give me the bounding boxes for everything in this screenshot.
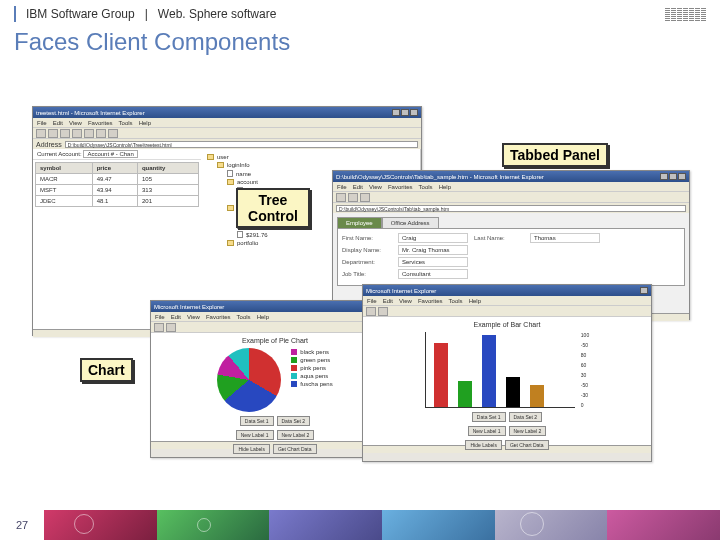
- footer-deco: [382, 510, 495, 540]
- account-field[interactable]: Account # - Chan: [83, 150, 137, 158]
- menu-tools[interactable]: Tools: [419, 184, 433, 190]
- last-name-input[interactable]: Thomas: [530, 233, 600, 243]
- ytick: 30: [581, 372, 589, 378]
- menu-file[interactable]: File: [367, 298, 377, 304]
- menu-edit[interactable]: Edit: [53, 120, 63, 126]
- newlabel2-button[interactable]: New Label 2: [277, 430, 315, 440]
- close-icon[interactable]: [678, 173, 686, 180]
- menu-favorites[interactable]: Favorites: [88, 120, 113, 126]
- menu-file[interactable]: File: [337, 184, 347, 190]
- win2-menubar[interactable]: FileEditViewFavoritesToolsHelp: [333, 182, 689, 191]
- forward-icon[interactable]: [378, 307, 388, 316]
- forward-icon[interactable]: [48, 129, 58, 138]
- menu-tools[interactable]: Tools: [237, 314, 251, 320]
- table-row: MACR49.47105: [36, 174, 199, 185]
- table-row: MSFT43.94313: [36, 185, 199, 196]
- back-icon[interactable]: [366, 307, 376, 316]
- col-qty[interactable]: quantity: [137, 163, 198, 174]
- maximize-icon[interactable]: [669, 173, 677, 180]
- win2-toolbar: [333, 191, 689, 203]
- close-icon[interactable]: [640, 287, 648, 294]
- hidelabels-button[interactable]: Hide Labels: [465, 440, 501, 450]
- dataset1-button[interactable]: Data Set 1: [472, 412, 506, 422]
- menu-favorites[interactable]: Favorites: [418, 298, 443, 304]
- win1-titlebar[interactable]: treetest.html - Microsoft Internet Explo…: [33, 107, 421, 118]
- bar-legend: 100 -50 80 60 30 -50 -30 0: [581, 332, 589, 408]
- footer-deco: [607, 510, 720, 540]
- menu-view[interactable]: View: [399, 298, 412, 304]
- menu-favorites[interactable]: Favorites: [206, 314, 231, 320]
- newlabel2-button[interactable]: New Label 2: [509, 426, 547, 436]
- menu-view[interactable]: View: [187, 314, 200, 320]
- tree-node[interactable]: portfolio: [237, 240, 258, 246]
- close-icon[interactable]: [410, 109, 418, 116]
- dataset1-button[interactable]: Data Set 1: [240, 416, 274, 426]
- dataset2-button[interactable]: Data Set 2: [277, 416, 311, 426]
- address-input[interactable]: D:\build\Odyssey\JSControls\Tab\tab_samp…: [336, 205, 686, 212]
- address-input[interactable]: D:\build\Odyssey\JSControls\Tree\treetes…: [65, 141, 418, 148]
- display-name-input[interactable]: Mr. Craig Thomas: [398, 245, 468, 255]
- refresh-icon[interactable]: [72, 129, 82, 138]
- menu-tools[interactable]: Tools: [119, 120, 133, 126]
- favorites-icon[interactable]: [108, 129, 118, 138]
- tree-node[interactable]: account: [237, 179, 258, 185]
- menu-view[interactable]: View: [69, 120, 82, 126]
- pie-chart-title: Example of Pie Chart: [153, 335, 397, 346]
- menu-tools[interactable]: Tools: [449, 298, 463, 304]
- portfolio-table: symbolpricequantity MACR49.47105 MSFT43.…: [35, 162, 199, 207]
- tree-node[interactable]: loginInfo: [227, 162, 250, 168]
- back-icon[interactable]: [154, 323, 164, 332]
- ytick: -30: [581, 392, 589, 398]
- forward-icon[interactable]: [348, 193, 358, 202]
- tab-office[interactable]: Office Address: [382, 217, 439, 228]
- forward-icon[interactable]: [166, 323, 176, 332]
- dept-input[interactable]: Services: [398, 257, 468, 267]
- dataset2-button[interactable]: Data Set 2: [509, 412, 543, 422]
- menu-file[interactable]: File: [155, 314, 165, 320]
- win4-titlebar[interactable]: Microsoft Internet Explorer: [363, 285, 651, 296]
- col-symbol[interactable]: symbol: [36, 163, 93, 174]
- first-name-input[interactable]: Craig: [398, 233, 468, 243]
- back-icon[interactable]: [36, 129, 46, 138]
- folder-icon: [217, 162, 224, 168]
- menu-edit[interactable]: Edit: [383, 298, 393, 304]
- home-icon[interactable]: [360, 193, 370, 202]
- job-input[interactable]: Consultant: [398, 269, 468, 279]
- minimize-icon[interactable]: [392, 109, 400, 116]
- display-name-label: Display Name:: [342, 247, 392, 253]
- stop-icon[interactable]: [60, 129, 70, 138]
- menu-view[interactable]: View: [369, 184, 382, 190]
- menu-help[interactable]: Help: [257, 314, 269, 320]
- getdata-button[interactable]: Get Chart Data: [273, 444, 317, 454]
- footer-deco: [495, 510, 608, 540]
- menu-help[interactable]: Help: [139, 120, 151, 126]
- callout-tabbed-panel: Tabbed Panel: [502, 143, 608, 167]
- win1-title: treetest.html - Microsoft Internet Explo…: [36, 110, 145, 116]
- back-icon[interactable]: [336, 193, 346, 202]
- menu-edit[interactable]: Edit: [353, 184, 363, 190]
- ytick: 80: [581, 352, 589, 358]
- search-icon[interactable]: [96, 129, 106, 138]
- win2-titlebar[interactable]: D:\build\Odyssey\JSControls\Tab\tab_samp…: [333, 171, 689, 182]
- menu-help[interactable]: Help: [469, 298, 481, 304]
- menu-file[interactable]: File: [37, 120, 47, 126]
- menu-favorites[interactable]: Favorites: [388, 184, 413, 190]
- win1-menubar[interactable]: File Edit View Favorites Tools Help: [33, 118, 421, 127]
- getdata-button[interactable]: Get Chart Data: [505, 440, 549, 450]
- newlabel1-button[interactable]: New Label 1: [468, 426, 506, 436]
- minimize-icon[interactable]: [660, 173, 668, 180]
- footer-deco: [269, 510, 382, 540]
- menu-help[interactable]: Help: [439, 184, 451, 190]
- tree-node[interactable]: $291.76: [246, 232, 268, 238]
- win3-title: Microsoft Internet Explorer: [154, 304, 224, 310]
- tree-node[interactable]: user: [217, 154, 229, 160]
- folder-icon: [207, 154, 214, 160]
- col-price[interactable]: price: [92, 163, 137, 174]
- tree-node[interactable]: name: [236, 171, 251, 177]
- menu-edit[interactable]: Edit: [171, 314, 181, 320]
- home-icon[interactable]: [84, 129, 94, 138]
- tab-employee[interactable]: Employee: [337, 217, 382, 228]
- maximize-icon[interactable]: [401, 109, 409, 116]
- hidelabels-button[interactable]: Hide Labels: [233, 444, 269, 454]
- newlabel1-button[interactable]: New Label 1: [236, 430, 274, 440]
